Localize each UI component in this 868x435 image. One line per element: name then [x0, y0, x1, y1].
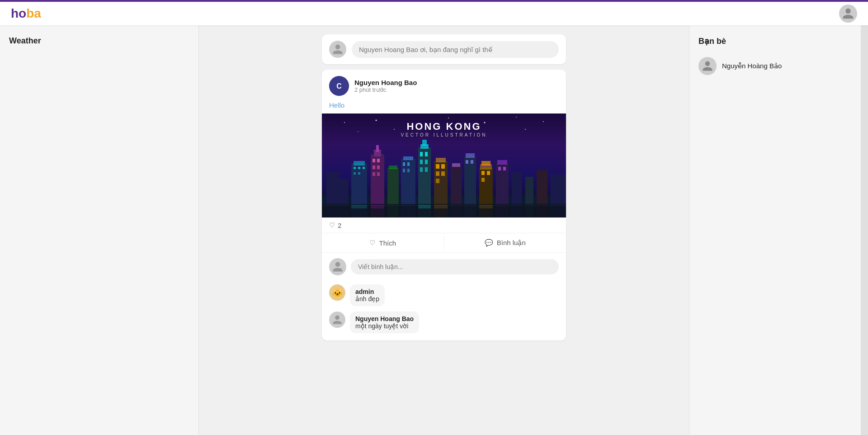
- comment-bubble: admin ảnh đẹp: [350, 284, 385, 306]
- comment-author: admin: [355, 288, 379, 295]
- comment-text: một ngày tuyệt vời: [355, 322, 414, 330]
- svg-point-7: [516, 117, 517, 118]
- svg-rect-82: [479, 205, 493, 208]
- like-heart-icon: ♡: [369, 239, 375, 247]
- comment-input-field[interactable]: [351, 259, 559, 274]
- comment-bubble-icon: 💬: [485, 239, 493, 247]
- svg-rect-57: [452, 163, 460, 167]
- svg-rect-43: [420, 152, 423, 156]
- svg-rect-36: [403, 162, 405, 166]
- svg-rect-31: [377, 172, 380, 176]
- svg-text:C: C: [336, 82, 342, 90]
- friends-section-title: Bạn bè: [698, 36, 852, 46]
- comment-bubble: Nguyen Hoang Bao một ngày tuyệt vời: [350, 312, 419, 333]
- svg-rect-44: [425, 152, 428, 156]
- scrollbar-area[interactable]: [861, 25, 868, 435]
- svg-rect-69: [497, 160, 507, 165]
- like-button[interactable]: ♡ Thích: [322, 233, 444, 252]
- svg-point-2: [344, 122, 345, 123]
- comments-list: 🐱 admin ảnh đẹp Nguyen Hoang: [322, 281, 566, 340]
- logo[interactable]: hoba: [11, 6, 41, 21]
- svg-rect-25: [376, 145, 379, 152]
- comment-avatar-admin: 🐱: [329, 284, 345, 301]
- svg-rect-37: [407, 162, 410, 166]
- right-sidebar: Bạn bè Nguyễn Hoàng Bảo: [689, 25, 861, 435]
- post-time: 2 phút trước: [354, 86, 417, 93]
- friend-name: Nguyễn Hoàng Bảo: [722, 62, 782, 70]
- svg-point-8: [543, 121, 544, 122]
- svg-rect-78: [351, 205, 367, 208]
- svg-rect-38: [403, 169, 405, 172]
- svg-rect-20: [363, 167, 365, 169]
- comment-author: Nguyen Hoang Bao: [355, 315, 414, 322]
- svg-rect-55: [436, 179, 439, 183]
- svg-rect-51: [436, 164, 439, 169]
- svg-rect-42: [422, 140, 427, 146]
- user-avatar-button[interactable]: [839, 5, 857, 23]
- logo-ho: ho: [11, 6, 26, 20]
- svg-point-5: [448, 118, 449, 118]
- svg-rect-70: [498, 167, 501, 170]
- svg-rect-35: [403, 156, 413, 160]
- comment-text: ảnh đẹp: [355, 295, 379, 303]
- svg-rect-53: [436, 171, 439, 176]
- weather-section-title: Weather: [9, 36, 189, 46]
- post-author-name: Nguyen Hoang Bao: [354, 79, 417, 86]
- svg-rect-30: [373, 172, 375, 176]
- comment-item: 🐱 admin ảnh đẹp: [329, 284, 559, 306]
- post-actions: ♡ Thích 💬 Bình luận: [322, 233, 566, 252]
- svg-rect-22: [358, 172, 360, 175]
- left-sidebar: Weather: [0, 25, 199, 435]
- svg-rect-54: [441, 171, 445, 176]
- comment-label: Bình luận: [497, 239, 526, 247]
- svg-rect-71: [503, 167, 506, 170]
- svg-rect-60: [466, 160, 468, 164]
- svg-rect-19: [358, 167, 360, 169]
- reaction-heart-icon: ♡: [329, 221, 335, 229]
- comment-button[interactable]: 💬 Bình luận: [444, 233, 566, 252]
- svg-rect-66: [487, 171, 490, 175]
- friend-item[interactable]: Nguyễn Hoàng Bảo: [698, 53, 852, 79]
- comment-input-row: [322, 252, 566, 281]
- svg-rect-45: [420, 160, 423, 164]
- post-card: C Nguyen Hoang Bao 2 phút trước Hello: [322, 70, 566, 340]
- svg-rect-18: [354, 167, 356, 169]
- svg-rect-17: [354, 161, 365, 165]
- composer-avatar: [329, 41, 346, 58]
- post-composer-input[interactable]: [352, 41, 559, 58]
- hk-illustration: HONG KONG VECTOR ILLUSTRATION: [322, 113, 566, 218]
- post-author-info: Nguyen Hoang Bao 2 phút trước: [354, 79, 417, 93]
- svg-rect-27: [377, 159, 380, 162]
- svg-rect-28: [373, 165, 375, 169]
- svg-rect-79: [371, 205, 384, 208]
- post-header: C Nguyen Hoang Bao 2 phút trước: [322, 70, 566, 99]
- comment-avatar-user: [329, 312, 345, 328]
- comment-input-avatar: [329, 258, 346, 275]
- svg-rect-67: [481, 178, 485, 182]
- svg-rect-80: [418, 205, 431, 208]
- svg-rect-65: [481, 171, 485, 175]
- svg-rect-81: [434, 205, 448, 208]
- post-composer: [322, 34, 566, 64]
- reaction-count: 2: [338, 222, 341, 229]
- svg-rect-29: [377, 165, 380, 169]
- post-image-container: HONG KONG VECTOR ILLUSTRATION: [322, 113, 566, 218]
- svg-rect-48: [425, 167, 428, 172]
- center-feed: C Nguyen Hoang Bao 2 phút trước Hello: [199, 25, 689, 435]
- svg-rect-26: [373, 159, 375, 162]
- svg-rect-59: [466, 153, 475, 158]
- svg-rect-21: [354, 172, 356, 175]
- topbar-right: [839, 5, 857, 23]
- post-author-avatar: C: [329, 76, 349, 96]
- post-text: Hello: [322, 99, 566, 113]
- main-layout: Weather C: [0, 25, 868, 435]
- like-label: Thích: [379, 239, 396, 247]
- svg-rect-39: [407, 169, 410, 172]
- svg-rect-50: [436, 158, 446, 162]
- svg-rect-64: [481, 161, 491, 165]
- friend-avatar: [698, 57, 717, 75]
- svg-point-3: [376, 120, 377, 121]
- svg-rect-47: [420, 167, 423, 172]
- svg-rect-61: [471, 160, 473, 164]
- logo-ba: ba: [26, 6, 41, 20]
